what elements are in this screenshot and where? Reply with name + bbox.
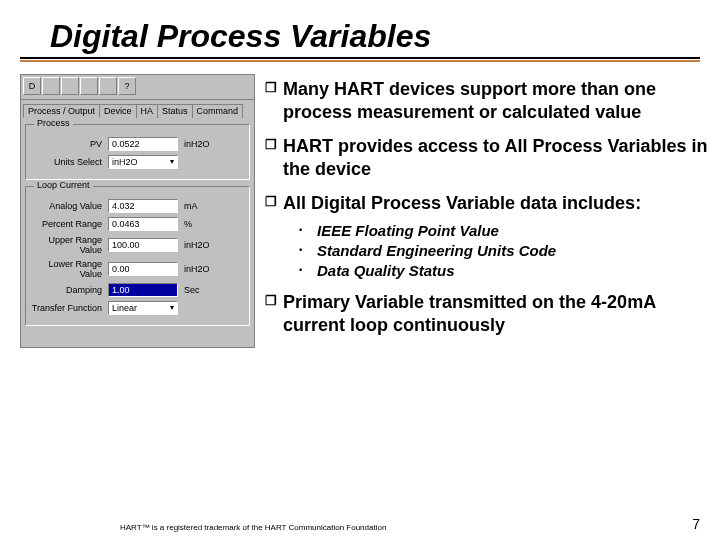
bullet-icon: ❒ (265, 192, 283, 215)
page-number: 7 (692, 516, 700, 532)
sub-bullet-icon: • (299, 241, 317, 261)
toolbar-button[interactable]: D (23, 77, 41, 95)
bullet-text: HART provides access to All Process Vari… (283, 135, 710, 180)
transfer-function-combo[interactable]: Linear (108, 301, 178, 315)
bullet-icon: ❒ (265, 78, 283, 123)
row-label: Transfer Function (30, 303, 108, 313)
row-label: Lower Range Value (30, 259, 108, 279)
divider-black (20, 57, 700, 59)
bullet-icon: ❒ (265, 135, 283, 180)
pv-label: PV (30, 139, 108, 149)
sub-bullet-text: Data Quality Status (317, 261, 455, 281)
bullet-text: All Digital Process Variable data includ… (283, 192, 641, 215)
row-field[interactable]: 0.00 (108, 262, 178, 276)
row-unit: % (178, 219, 218, 229)
toolbar-help-button[interactable]: ? (118, 77, 136, 95)
row-label: Analog Value (30, 201, 108, 211)
sub-bullet-text: IEEE Floating Point Value (317, 221, 499, 241)
toolbar: D ? (21, 75, 254, 100)
units-select-combo[interactable]: inH2O (108, 155, 178, 169)
tab-status[interactable]: Status (157, 104, 193, 118)
group-process-label: Process (34, 118, 73, 128)
sub-bullet-icon: • (299, 261, 317, 281)
software-screenshot-panel: D ? Process / Output Device HA Status Co… (20, 74, 255, 348)
bullet-list: ❒ Many HART devices support more than on… (265, 74, 710, 348)
row-label: Upper Range Value (30, 235, 108, 255)
row-unit: Sec (178, 285, 218, 295)
units-select-label: Units Select (30, 157, 108, 167)
toolbar-button[interactable] (99, 77, 117, 95)
pv-unit: inH2O (178, 139, 218, 149)
toolbar-button[interactable] (61, 77, 79, 95)
row-label: Damping (30, 285, 108, 295)
row-unit: inH2O (178, 240, 218, 250)
toolbar-button[interactable] (42, 77, 60, 95)
row-field[interactable]: 0.0463 (108, 217, 178, 231)
damping-field[interactable]: 1.00 (108, 283, 178, 297)
bullet-text: Many HART devices support more than one … (283, 78, 710, 123)
row-field[interactable]: 4.032 (108, 199, 178, 213)
tab-strip: Process / Output Device HA Status Comman… (21, 100, 254, 118)
tab-command[interactable]: Command (192, 104, 244, 118)
group-loop-current: Loop Current Analog Value 4.032 mA Perce… (25, 186, 250, 326)
row-field[interactable]: 100.00 (108, 238, 178, 252)
bullet-text: Primary Variable transmitted on the 4-20… (283, 291, 710, 336)
trademark-footer: HART™ is a registered trademark of the H… (120, 523, 386, 532)
tab-device[interactable]: Device (99, 104, 137, 118)
sub-bullet-text: Standard Engineering Units Code (317, 241, 556, 261)
sub-bullet-icon: • (299, 221, 317, 241)
pv-field[interactable]: 0.0522 (108, 137, 178, 151)
tab-process-output[interactable]: Process / Output (23, 104, 100, 118)
row-label: Percent Range (30, 219, 108, 229)
row-unit: inH2O (178, 264, 218, 274)
group-loop-label: Loop Current (34, 180, 93, 190)
group-process: Process PV 0.0522 inH2O Units Select inH… (25, 124, 250, 180)
slide-title: Digital Process Variables (50, 18, 720, 55)
toolbar-button[interactable] (80, 77, 98, 95)
row-unit: mA (178, 201, 218, 211)
tab-ha[interactable]: HA (136, 104, 159, 118)
bullet-icon: ❒ (265, 291, 283, 336)
